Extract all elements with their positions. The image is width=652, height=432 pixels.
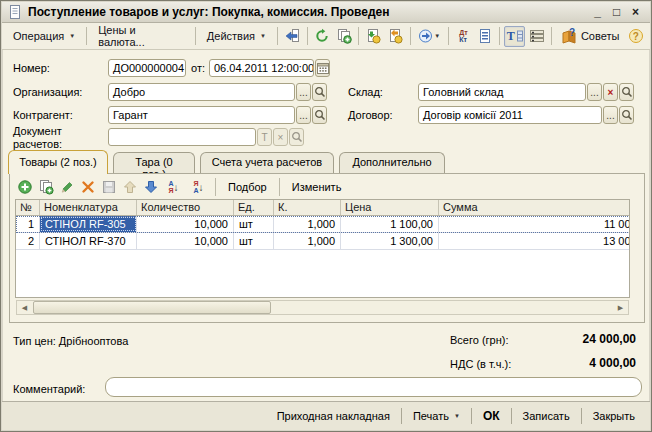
col-header-sum[interactable]: Сумма — [439, 200, 630, 215]
document-window: Поступление товаров и услуг: Покупка, ко… — [0, 0, 652, 432]
toolbar-separator — [307, 27, 308, 45]
calendar-button[interactable] — [315, 59, 330, 77]
tab-additional[interactable]: Дополнительно — [339, 152, 445, 173]
vat-label: НДС (в т.ч.): — [450, 358, 511, 370]
calendar-icon — [317, 62, 329, 74]
footer-separator — [471, 408, 472, 424]
reread-icon[interactable] — [282, 26, 303, 47]
toolbar-separator — [86, 27, 87, 45]
organization-input[interactable]: Добро — [108, 83, 295, 101]
magnifier-icon — [621, 86, 633, 98]
contract-select-button[interactable]: ... — [603, 106, 618, 124]
close-form-button[interactable]: Закрыть — [586, 407, 642, 425]
help-icon[interactable]: ? — [625, 26, 646, 47]
magnifier-icon — [314, 86, 326, 98]
goto-icon[interactable]: ▼ — [415, 26, 445, 47]
unpost-document-icon[interactable] — [385, 26, 406, 47]
move-up-icon[interactable] — [120, 178, 139, 197]
sort-ascending-icon[interactable]: А Я ↓ — [162, 178, 185, 197]
number-label: Номер: — [13, 62, 50, 74]
settlement-doc-open-button[interactable] — [289, 128, 304, 146]
end-edit-icon[interactable] — [99, 178, 118, 197]
tips-button[interactable]: ? Советы — [556, 25, 624, 47]
warehouse-open-button[interactable] — [619, 83, 634, 101]
maximize-button[interactable]: □ — [608, 4, 625, 20]
header-toggle-icon[interactable]: Т — [504, 26, 525, 47]
toolbar-separator — [499, 27, 500, 45]
warehouse-input[interactable]: Головний склад — [418, 83, 586, 101]
settlement-doc-input[interactable] — [108, 128, 256, 146]
contractor-input[interactable]: Гарант — [108, 106, 295, 124]
organization-select-button[interactable]: ... — [296, 83, 311, 101]
goods-table[interactable]: № Номенклатура Количество Ед. К. Цена Су… — [15, 199, 630, 298]
table-header-row: № Номенклатура Количество Ед. К. Цена Су… — [16, 200, 630, 216]
toolbar-separator — [358, 27, 359, 45]
prices-currency-button[interactable]: Цены и валюта... — [91, 20, 191, 52]
list-settings-icon[interactable] — [526, 26, 547, 47]
tips-icon: ? — [561, 28, 577, 44]
col-header-price[interactable]: Цена — [341, 200, 439, 215]
add-row-icon[interactable] — [15, 178, 34, 197]
contract-label: Договор: — [348, 109, 393, 121]
warehouse-select-button[interactable]: ... — [587, 83, 602, 101]
move-down-icon[interactable] — [141, 178, 160, 197]
col-header-quantity[interactable]: Количество — [137, 200, 234, 215]
col-header-nomenclature[interactable]: Номенклатура — [40, 200, 137, 215]
ok-button[interactable]: ОК — [476, 406, 507, 426]
copy-icon[interactable] — [333, 26, 354, 47]
change-button[interactable]: Изменить — [285, 179, 349, 195]
actions-menu-button[interactable]: Действия ▼ — [200, 26, 273, 46]
delete-row-icon[interactable] — [78, 178, 97, 197]
table-horizontal-scrollbar[interactable]: ◀ ▶ — [16, 300, 629, 315]
total-label: Всего (грн): — [450, 334, 509, 346]
dr-cr-postings-icon[interactable]: Дт Кт — [453, 26, 474, 47]
write-button[interactable]: Записать — [516, 407, 577, 425]
tab-tare[interactable]: Тара (0 поз.) — [113, 152, 195, 173]
col-header-coeff[interactable]: К. — [274, 200, 341, 215]
warehouse-clear-button[interactable]: × — [603, 83, 618, 101]
scroll-right-icon[interactable]: ▶ — [613, 301, 628, 314]
settlement-doc-label: Документ расчетов: — [13, 125, 101, 151]
post-document-icon[interactable] — [363, 26, 384, 47]
operation-menu-button[interactable]: Операция ▼ — [6, 26, 82, 46]
scrollbar-thumb[interactable] — [33, 301, 271, 314]
contractor-open-button[interactable] — [312, 106, 327, 124]
settlement-doc-type-button[interactable]: T — [257, 128, 272, 146]
footer-bar: Приходная накладная Печать ▼ ОК Записать… — [2, 401, 650, 430]
toolbar-separator — [277, 27, 278, 45]
scrollbar-track[interactable] — [32, 301, 613, 314]
contractor-select-button[interactable]: ... — [296, 106, 311, 124]
chevron-down-icon: ▼ — [434, 33, 440, 39]
scroll-left-icon[interactable]: ◀ — [17, 301, 32, 314]
selected-cell[interactable]: СТІНОЛ RF-305 — [40, 216, 137, 232]
table-row[interactable]: 1 СТІНОЛ RF-305 10,000 шт 1,000 1 100,00… — [16, 216, 630, 233]
col-header-unit[interactable]: Ед. — [234, 200, 274, 215]
contract-open-button[interactable] — [619, 106, 634, 124]
comment-input[interactable] — [105, 377, 642, 397]
organization-open-button[interactable] — [312, 83, 327, 101]
document-structure-icon[interactable] — [475, 26, 496, 47]
magnifier-icon — [314, 109, 326, 121]
col-header-num[interactable]: № — [16, 200, 40, 215]
number-input[interactable]: ДО000000004 — [108, 59, 186, 77]
sort-descending-icon[interactable]: Я А ↓ — [187, 178, 210, 197]
table-row[interactable]: 2 СТІНОЛ RF-370 10,000 шт 1,000 1 300,00… — [16, 233, 630, 250]
tab-settlement-accounts[interactable]: Счета учета расчетов — [200, 152, 334, 173]
toolbar-separator — [279, 178, 280, 196]
refresh-icon[interactable] — [312, 26, 333, 47]
date-input[interactable]: 06.04.2011 12:00:00 — [209, 59, 314, 77]
copy-row-icon[interactable] — [36, 178, 55, 197]
pick-button[interactable]: Подбор — [221, 179, 274, 195]
tab-goods[interactable]: Товары (2 поз.) — [8, 150, 108, 174]
close-button[interactable]: × — [627, 4, 644, 20]
contract-input[interactable]: Договір комісії 2011 — [418, 106, 602, 124]
window-title: Поступление товаров и услуг: Покупка, ко… — [28, 5, 583, 19]
comment-label: Комментарий: — [13, 383, 85, 395]
incoming-invoice-button[interactable]: Приходная накладная — [270, 407, 397, 425]
settlement-doc-clear-button[interactable]: × — [273, 128, 288, 146]
print-button[interactable]: Печать ▼ — [406, 407, 467, 425]
price-type-label: Тип цен: Дрібнооптова — [13, 335, 128, 347]
minimize-button[interactable]: _ — [589, 4, 606, 20]
edit-row-icon[interactable] — [57, 178, 76, 197]
toolbar-separator — [448, 27, 449, 45]
